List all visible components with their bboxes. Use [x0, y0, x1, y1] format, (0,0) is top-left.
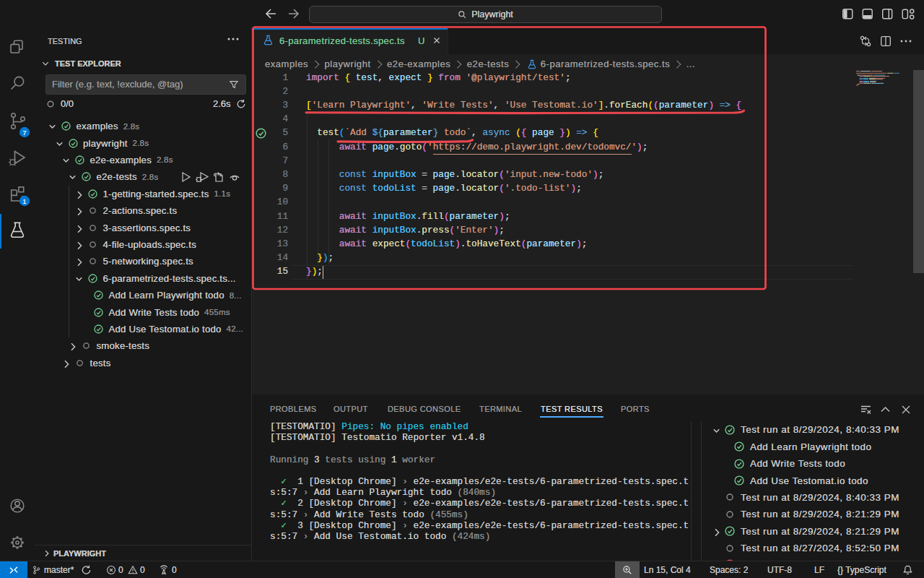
svg-text:7: 7 — [22, 129, 26, 137]
svg-text:1: 1 — [22, 197, 26, 205]
